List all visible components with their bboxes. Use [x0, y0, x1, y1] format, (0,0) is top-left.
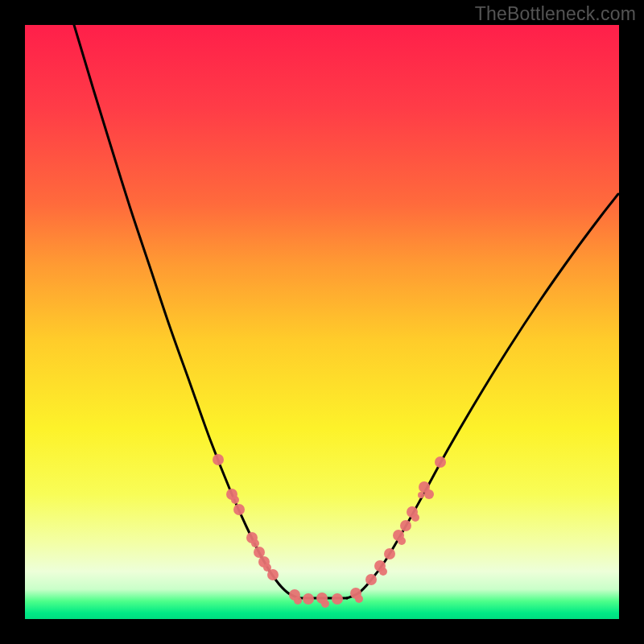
- marker-6: [267, 569, 279, 580]
- svg-point-12: [303, 593, 314, 605]
- curves-group: [74, 25, 618, 598]
- svg-point-17: [355, 595, 363, 603]
- svg-point-14: [321, 600, 329, 608]
- chart-overlay: [0, 0, 644, 644]
- marker-16: [400, 520, 411, 531]
- series-right-curve: [347, 194, 618, 598]
- svg-point-23: [398, 537, 406, 545]
- svg-point-3: [233, 504, 245, 515]
- svg-point-11: [294, 597, 302, 605]
- svg-point-29: [418, 492, 424, 498]
- svg-point-30: [435, 456, 446, 468]
- marker-0: [213, 454, 224, 465]
- marker-5: [258, 556, 271, 572]
- svg-point-18: [365, 574, 377, 585]
- series-left-curve: [74, 25, 299, 598]
- svg-point-21: [384, 548, 395, 559]
- marker-14: [384, 548, 395, 559]
- marker-3: [246, 532, 259, 547]
- svg-point-28: [424, 489, 434, 499]
- svg-point-9: [267, 569, 279, 580]
- marker-1: [226, 489, 239, 504]
- chart-frame: TheBottleneck.com: [0, 0, 644, 644]
- marker-10: [332, 593, 343, 605]
- svg-point-2: [231, 496, 239, 504]
- marker-12: [365, 574, 377, 585]
- marker-19: [435, 456, 446, 468]
- marker-4: [254, 547, 265, 558]
- marker-2: [233, 504, 245, 515]
- svg-point-0: [213, 454, 224, 465]
- svg-point-24: [400, 520, 411, 531]
- svg-point-6: [254, 547, 265, 558]
- svg-point-5: [251, 539, 259, 547]
- marker-9: [316, 592, 329, 608]
- svg-point-15: [332, 593, 343, 605]
- svg-point-20: [379, 568, 387, 576]
- svg-point-26: [411, 514, 419, 522]
- marker-18: [418, 481, 434, 499]
- marker-8: [303, 593, 314, 605]
